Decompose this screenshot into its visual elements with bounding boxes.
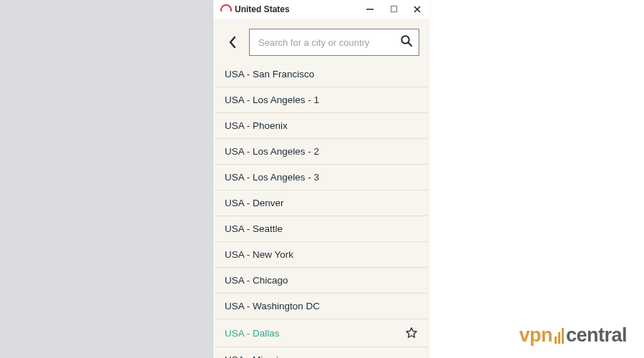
location-item[interactable]: USA - Dallas	[215, 319, 428, 347]
location-item[interactable]: USA - Los Angeles - 3	[215, 165, 428, 190]
location-item[interactable]: USA - Miami	[215, 347, 428, 358]
location-item[interactable]: USA - Los Angeles - 2	[215, 139, 428, 165]
location-item[interactable]: USA - New York	[215, 242, 428, 268]
location-label: USA - Dallas	[225, 328, 280, 339]
back-button[interactable]	[223, 33, 242, 52]
location-item[interactable]: USA - Seattle	[215, 216, 428, 242]
location-label: USA - Denver	[225, 198, 284, 208]
location-label: USA - Los Angeles - 1	[225, 95, 319, 105]
favorite-star-icon[interactable]	[405, 326, 418, 339]
location-label: USA - Chicago	[225, 275, 288, 286]
search-field[interactable]	[249, 29, 419, 56]
app-logo-icon	[220, 4, 230, 14]
vpn-location-window: United States USA -	[213, 0, 429, 358]
location-label: USA - Phoenix	[225, 120, 288, 131]
svg-rect-1	[391, 6, 396, 12]
close-button[interactable]	[411, 3, 424, 16]
location-item[interactable]: USA - Chicago	[215, 268, 428, 294]
location-item[interactable]: USA - Los Angeles - 1	[215, 87, 428, 113]
location-label: USA - Los Angeles - 3	[225, 172, 319, 183]
search-input[interactable]	[258, 37, 393, 48]
titlebar: United States	[213, 0, 429, 19]
minimize-button[interactable]	[364, 3, 376, 16]
location-label: USA - Washington DC	[225, 301, 320, 311]
window-title: United States	[235, 4, 290, 14]
location-item[interactable]: USA - Denver	[215, 190, 428, 216]
location-label: USA - San Francisco	[225, 69, 314, 79]
location-list[interactable]: USA - San FranciscoUSA - Los Angeles - 1…	[213, 62, 429, 358]
maximize-button[interactable]	[387, 3, 400, 16]
search-icon[interactable]	[400, 34, 413, 50]
location-label: USA - Los Angeles - 2	[225, 146, 319, 157]
svg-line-5	[409, 43, 412, 47]
location-item[interactable]: USA - San Francisco	[215, 62, 428, 87]
location-label: USA - Miami	[225, 354, 278, 358]
location-item[interactable]: USA - Phoenix	[215, 113, 428, 139]
location-label: USA - New York	[225, 249, 293, 260]
location-label: USA - Seattle	[225, 223, 283, 234]
location-item[interactable]: USA - Washington DC	[215, 294, 428, 319]
